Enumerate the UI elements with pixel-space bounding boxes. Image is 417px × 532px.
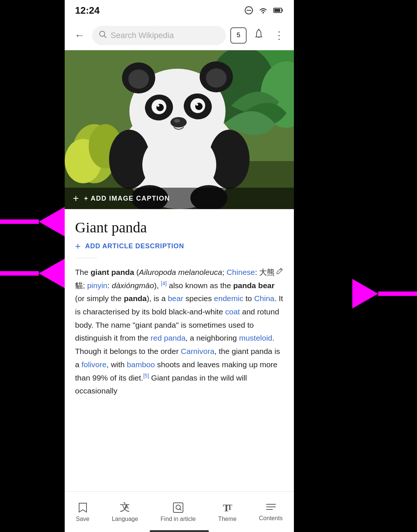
status-time: 12:24 [75, 5, 100, 16]
endemic-link[interactable]: endemic [214, 294, 243, 303]
panda-illustration [65, 50, 294, 209]
article-image: + + ADD IMAGE CAPTION [65, 50, 294, 209]
add-description-button[interactable]: + ADD ARTICLE DESCRIPTION [75, 241, 284, 252]
china-link[interactable]: China [254, 294, 274, 303]
image-caption-bar[interactable]: + + ADD IMAGE CAPTION [65, 188, 294, 209]
status-icons [244, 6, 284, 15]
svg-line-44 [180, 509, 181, 510]
svg-point-33 [174, 119, 180, 123]
red-panda-link[interactable]: red panda [150, 334, 186, 342]
article-body: The giant panda (Ailuropoda melanoleuca;… [75, 266, 284, 398]
contents-icon [265, 502, 277, 513]
ref-4-link[interactable]: [4] [161, 280, 167, 286]
search-icon [99, 30, 107, 40]
svg-point-23 [206, 68, 227, 88]
bottom-nav: Save 文 A Language Find in article T T Th… [65, 491, 294, 532]
battery-icon [273, 7, 284, 13]
svg-line-7 [104, 36, 106, 38]
notifications-button[interactable] [251, 26, 267, 45]
home-indicator [150, 530, 209, 532]
add-description-plus-icon: + [75, 241, 81, 252]
do-not-disturb-icon [244, 6, 253, 15]
nav-bar: ← Search Wikipedia 5 ⋮ [65, 21, 294, 50]
wifi-icon [258, 6, 268, 15]
nav-language-button[interactable]: 文 A Language [112, 502, 138, 522]
nav-find-button[interactable]: Find in article [160, 502, 196, 522]
tabs-count-button[interactable]: 5 [230, 27, 247, 44]
search-box[interactable]: Search Wikipedia [92, 26, 226, 45]
divider [75, 258, 97, 258]
svg-rect-5 [274, 9, 280, 12]
save-icon [77, 502, 88, 514]
arrow-image-caption [0, 207, 65, 236]
add-caption-label: + ADD IMAGE CAPTION [84, 195, 170, 202]
article-content: Giant panda + ADD ARTICLE DESCRIPTION Th… [65, 209, 294, 398]
carnivora-link[interactable]: Carnivora [181, 347, 214, 355]
language-label: Language [112, 516, 138, 522]
svg-point-8 [258, 29, 260, 30]
more-options-button[interactable]: ⋮ [271, 26, 287, 44]
article-title: Giant panda [75, 219, 284, 236]
pinyin-link[interactable]: pinyin [87, 281, 108, 290]
theme-label: Theme [218, 516, 237, 522]
musteloid-link[interactable]: musteloid [239, 334, 272, 342]
arrow-edit-pencil [352, 279, 417, 308]
bear-link[interactable]: bear [168, 294, 183, 303]
arrow-article-description [0, 259, 65, 288]
svg-point-31 [196, 103, 198, 106]
add-caption-plus-icon: + [73, 192, 79, 204]
svg-text:A: A [124, 503, 129, 511]
status-bar: 12:24 [65, 0, 294, 21]
nav-save-button[interactable]: Save [76, 502, 89, 522]
find-label: Find in article [160, 516, 196, 522]
edit-pencil-button[interactable] [275, 266, 284, 279]
nav-contents-button[interactable]: Contents [259, 502, 283, 522]
chinese-link[interactable]: Chinese [227, 268, 255, 276]
svg-text:T: T [227, 503, 233, 511]
contents-label: Contents [259, 515, 283, 522]
svg-point-2 [262, 12, 264, 14]
theme-icon: T T [221, 502, 233, 514]
search-placeholder: Search Wikipedia [111, 31, 174, 40]
svg-point-22 [128, 69, 149, 89]
find-icon [172, 502, 184, 514]
ref-5-link[interactable]: [5] [143, 373, 149, 379]
nav-theme-button[interactable]: T T Theme [218, 502, 237, 522]
article-paragraph: The giant panda (Ailuropoda melanoleuca;… [75, 266, 284, 398]
svg-rect-4 [282, 9, 283, 11]
coat-link[interactable]: coat [225, 307, 240, 316]
language-icon: 文 A [119, 502, 131, 514]
back-button[interactable]: ← [71, 27, 88, 44]
save-label: Save [76, 516, 89, 522]
svg-rect-42 [173, 503, 183, 512]
add-description-label: ADD ARTICLE DESCRIPTION [85, 242, 184, 250]
svg-point-30 [157, 105, 159, 107]
bamboo-link[interactable]: bamboo [127, 360, 155, 369]
folivore-link[interactable]: folivore [82, 360, 107, 369]
